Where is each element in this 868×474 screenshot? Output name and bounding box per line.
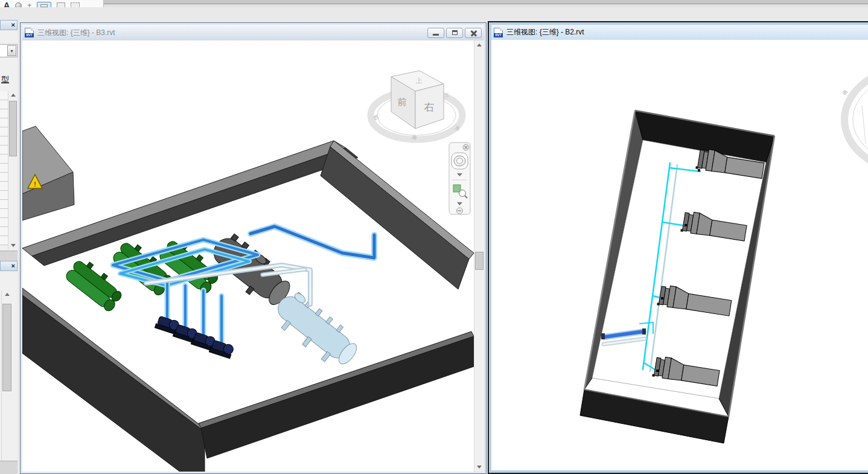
scroll-up-icon[interactable]	[2, 290, 12, 298]
fan-room-scene: 南	[491, 40, 868, 470]
docked-palettes-fragment: × ▾ 型 ×	[0, 20, 18, 474]
scroll-up-icon[interactable]	[8, 91, 18, 99]
ribbon-toolbar: A +	[0, 0, 104, 7]
blue-tank[interactable]	[268, 287, 363, 373]
compass-label[interactable]: 南	[841, 89, 849, 96]
rvt-file-icon: RVT	[25, 28, 34, 37]
scroll-down-icon[interactable]	[8, 242, 18, 249]
paste-box-icon[interactable]	[71, 0, 80, 7]
close-icon[interactable]: ×	[11, 22, 15, 28]
room-walls[interactable]	[22, 141, 474, 472]
viewport-scrollbar[interactable]	[474, 40, 484, 472]
navbar-minimize-icon[interactable]	[457, 208, 463, 214]
palette-footer	[0, 461, 18, 474]
revit-workspace: A + × ▾ 型 ×	[0, 0, 868, 474]
edit-type-link[interactable]: 型	[1, 74, 9, 85]
scroll-up-icon[interactable]	[474, 40, 484, 50]
sphere-tool-icon[interactable]	[15, 0, 22, 7]
scroll-down-icon[interactable]	[474, 463, 484, 472]
viewcube-right-label[interactable]: 右	[424, 101, 435, 113]
rvt-file-icon: RVT	[494, 28, 503, 37]
text-tool-icon[interactable]: A	[4, 0, 10, 7]
scrollbar-thumb[interactable]	[475, 252, 483, 270]
chevron-down-icon[interactable]: ▾	[7, 45, 16, 56]
navbar-close-icon[interactable]	[463, 144, 469, 150]
browser-scrollbar[interactable]	[1, 290, 12, 461]
viewcube-top-label[interactable]: 上	[416, 77, 423, 84]
type-selector-combobox[interactable]: ▾	[0, 44, 18, 57]
plus-tool-icon[interactable]: +	[27, 0, 31, 7]
view-window-b2: RVT 三维视图: {三维} - B2.rvt 南	[488, 21, 868, 474]
window-title: 三维视图: {三维} - B3.rvt	[37, 28, 115, 38]
viewcube-front-label[interactable]: 前	[398, 97, 407, 107]
properties-palette-titlebar[interactable]: ×	[0, 20, 18, 30]
window-titlebar[interactable]: RVT 三维视图: {三维} - B2.rvt	[491, 25, 868, 40]
scrollbar-thumb[interactable]	[2, 304, 11, 391]
scrollbar-thumb[interactable]	[9, 101, 17, 156]
steering-wheel-icon[interactable]	[452, 153, 468, 169]
view-window-b3: RVT 三维视图: {三维} - B3.rvt	[20, 22, 487, 474]
massing-box[interactable]	[22, 126, 74, 220]
properties-scrollbar[interactable]	[8, 91, 18, 249]
plantroom-scene: !	[22, 40, 474, 472]
navigation-bar[interactable]	[449, 143, 470, 214]
svg-text:!: !	[34, 181, 36, 188]
close-button[interactable]	[465, 28, 482, 38]
palette-footer	[0, 251, 18, 261]
window-title: 三维视图: {三维} - B2.rvt	[506, 27, 584, 37]
ribbon-fragment: A +	[0, 0, 868, 7]
browser-palette-titlebar[interactable]: ×	[0, 261, 18, 271]
minimize-button[interactable]	[427, 28, 444, 38]
selected-tool-icon[interactable]	[37, 0, 51, 7]
delete-box-icon[interactable]	[57, 0, 65, 7]
3d-viewport-b3[interactable]: !	[22, 40, 474, 472]
viewcube-fragment[interactable]: 南	[841, 66, 868, 173]
3d-viewport-b2[interactable]: 南	[491, 40, 868, 470]
property-grid-rows	[0, 91, 8, 245]
viewcube[interactable]: 西 南 东 北 前 右 上	[371, 71, 462, 141]
close-icon[interactable]: ×	[11, 263, 15, 269]
window-titlebar[interactable]: RVT 三维视图: {三维} - B3.rvt	[22, 25, 484, 40]
restore-button[interactable]	[446, 28, 463, 38]
